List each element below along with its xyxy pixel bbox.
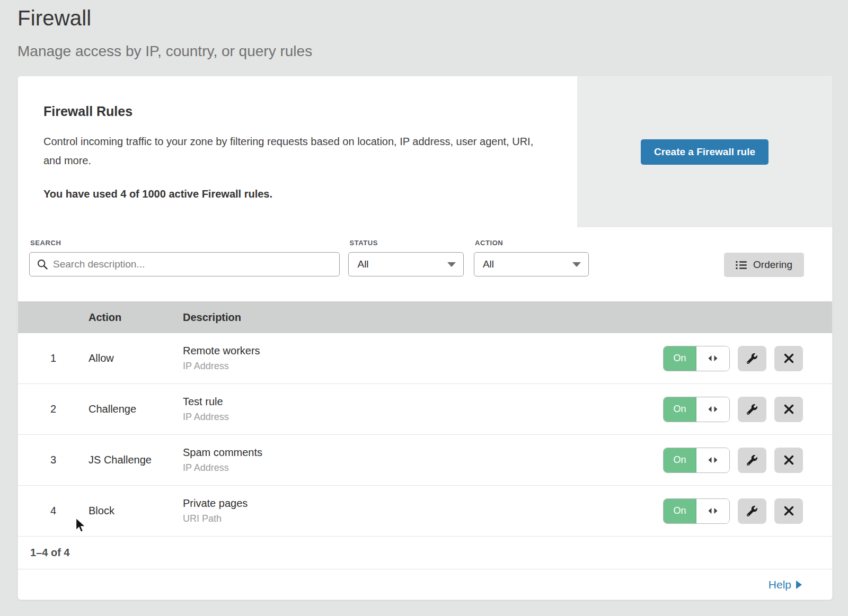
rule-description-cell: Spam comments IP Address — [183, 447, 663, 474]
page-title: Firewall — [17, 6, 848, 30]
table-row: 4 Block Private pages URI Path On — [18, 486, 832, 537]
help-link-label: Help — [768, 578, 791, 591]
rule-action: Block — [89, 505, 183, 517]
status-label: Status — [349, 239, 464, 247]
toggle-on-label[interactable]: On — [664, 448, 696, 472]
card-aside: Create a Firewall rule — [577, 76, 832, 227]
pagination-row: 1–4 of 4 — [18, 537, 832, 569]
chevron-down-icon — [447, 262, 456, 267]
page-header: Firewall Manage access by IP, country, o… — [0, 0, 848, 60]
rule-description-cell: Test rule IP Address — [183, 396, 663, 423]
ordering-button-label: Ordering — [753, 259, 792, 271]
rules-usage-text: You have used 4 of 1000 active Firewall … — [43, 188, 556, 200]
description-column-header: Description — [183, 311, 832, 324]
rule-field: URI Path — [183, 513, 663, 524]
close-icon — [784, 353, 794, 363]
table-row: 1 Allow Remote workers IP Address On — [18, 333, 832, 384]
table-header: Action Description — [18, 301, 832, 333]
toggle-arrows-icon[interactable] — [696, 448, 729, 472]
table-row: 2 Challenge Test rule IP Address On — [18, 384, 832, 435]
rule-enabled-toggle[interactable]: On — [663, 448, 730, 473]
help-link[interactable]: Help — [768, 578, 802, 591]
delete-rule-button[interactable] — [774, 498, 803, 524]
rule-description: Private pages — [183, 497, 663, 510]
create-firewall-rule-button[interactable]: Create a Firewall rule — [641, 139, 768, 165]
search-input[interactable] — [53, 258, 333, 270]
card-heading: Firewall Rules — [43, 104, 556, 119]
rule-field: IP Address — [183, 462, 663, 474]
edit-rule-button[interactable] — [738, 346, 766, 371]
list-icon — [736, 261, 747, 270]
wrench-icon — [747, 404, 757, 415]
rule-action: Allow — [89, 352, 183, 364]
action-column-header: Action — [89, 311, 183, 324]
search-box[interactable] — [29, 252, 340, 276]
pagination-summary: 1–4 of 4 — [30, 547, 69, 559]
filters-bar: Search Status All Action All — [18, 227, 832, 301]
rule-controls: On — [663, 397, 832, 422]
action-filter-group: Action All — [474, 239, 589, 276]
firewall-rules-card: Firewall Rules Control incoming traffic … — [17, 76, 833, 600]
rule-priority: 2 — [18, 403, 89, 415]
wrench-icon — [747, 455, 757, 466]
toggle-arrows-icon[interactable] — [696, 397, 729, 422]
toggle-on-label[interactable]: On — [664, 397, 696, 422]
rule-priority: 4 — [18, 505, 89, 517]
edit-rule-button[interactable] — [738, 397, 766, 422]
page-subtitle: Manage access by IP, country, or query r… — [17, 43, 848, 60]
rule-description-cell: Remote workers IP Address — [183, 345, 663, 372]
close-icon — [784, 506, 794, 516]
rule-enabled-toggle[interactable]: On — [663, 346, 730, 371]
status-select[interactable]: All — [348, 252, 464, 276]
firewall-page: Firewall Manage access by IP, country, o… — [0, 0, 848, 616]
search-icon — [37, 259, 48, 270]
help-row: Help — [18, 569, 832, 600]
wrench-icon — [747, 506, 757, 516]
action-select[interactable]: All — [474, 252, 589, 276]
action-label: Action — [475, 239, 589, 247]
status-filter-group: Status All — [348, 239, 464, 276]
toggle-arrows-icon[interactable] — [696, 346, 729, 371]
edit-rule-button[interactable] — [738, 498, 766, 524]
card-top-section: Firewall Rules Control incoming traffic … — [18, 76, 832, 227]
edit-rule-button[interactable] — [738, 448, 766, 473]
card-intro: Firewall Rules Control incoming traffic … — [18, 76, 577, 227]
rule-enabled-toggle[interactable]: On — [663, 498, 730, 524]
rule-priority: 1 — [18, 352, 89, 364]
rule-controls: On — [663, 498, 832, 524]
rule-description: Remote workers — [183, 345, 663, 357]
rule-description: Spam comments — [183, 447, 663, 459]
rule-description: Test rule — [183, 396, 663, 408]
action-selected-value: All — [483, 258, 494, 270]
rule-priority: 3 — [18, 454, 89, 466]
table-row: 3 JS Challenge Spam comments IP Address … — [18, 435, 832, 486]
close-icon — [784, 455, 794, 465]
wrench-icon — [747, 353, 757, 364]
card-description: Control incoming traffic to your zone by… — [43, 132, 552, 170]
arrow-right-icon — [796, 581, 802, 589]
chevron-down-icon — [572, 262, 581, 267]
rule-enabled-toggle[interactable]: On — [663, 397, 730, 422]
toggle-arrows-icon[interactable] — [696, 499, 729, 523]
delete-rule-button[interactable] — [774, 448, 803, 473]
rule-action: Challenge — [89, 403, 183, 415]
status-selected-value: All — [357, 258, 368, 270]
search-label: Search — [30, 239, 340, 247]
close-icon — [784, 404, 794, 414]
delete-rule-button[interactable] — [774, 397, 803, 422]
rule-action: JS Challenge — [89, 454, 183, 466]
toggle-on-label[interactable]: On — [664, 499, 696, 523]
rule-field: IP Address — [183, 412, 663, 423]
ordering-button[interactable]: Ordering — [724, 253, 804, 277]
rule-field: IP Address — [183, 361, 663, 372]
search-filter-group: Search — [29, 239, 340, 276]
rule-controls: On — [663, 448, 832, 473]
toggle-on-label[interactable]: On — [664, 346, 696, 371]
delete-rule-button[interactable] — [774, 346, 803, 371]
rule-controls: On — [663, 346, 832, 371]
rule-description-cell: Private pages URI Path — [183, 497, 663, 524]
